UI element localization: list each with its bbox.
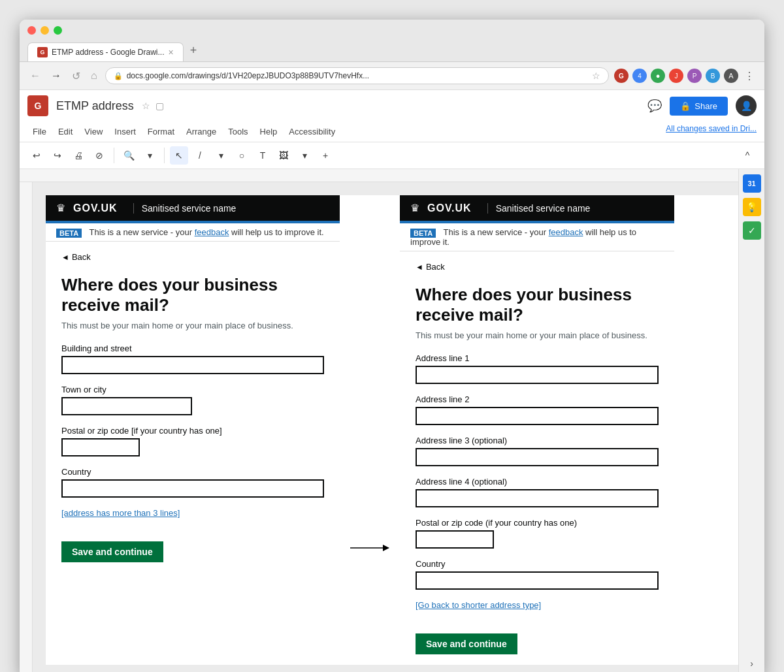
svg-marker-1 [383,545,389,551]
crown-icon-right: ♛ [410,202,419,214]
address-bar[interactable]: 🔒 docs.google.com/drawings/d/1VH20epzJBU… [105,67,609,84]
chevron-right-icon[interactable]: › [743,654,761,672]
beta-text-left: This is a new service - your [90,227,193,237]
input-country-right[interactable] [416,571,659,590]
back-link-left[interactable]: ◄ Back [61,252,324,262]
form-body-right: ◄ Back Where does your business receive … [400,251,674,665]
save-continue-button-right[interactable]: Save and continue [416,633,517,654]
left-form-panel: ♛ GOV.UK Sanitised service name BETA Thi… [46,195,340,665]
forward-button[interactable]: → [48,69,64,83]
share-button[interactable]: 🔒 Share [670,97,728,116]
bulb-icon[interactable]: 💡 [743,198,761,216]
home-button[interactable]: ⌂ [88,69,100,83]
traffic-lights [27,26,757,35]
field-country-right: Country [416,559,659,590]
check-icon[interactable]: ✓ [743,221,761,240]
expand-address-link[interactable]: [address has more than 3 lines] [61,508,180,518]
print-button[interactable]: 🖨 [69,146,88,165]
menu-arrange[interactable]: Arrange [181,124,221,139]
undo-button[interactable]: ↩ [27,146,46,165]
collapse-panel-button[interactable]: ^ [738,146,757,165]
input-addr-line4[interactable] [416,489,659,507]
input-addr-line2[interactable] [416,407,659,425]
maximize-button[interactable] [54,26,62,35]
govuk-header-left: ♛ GOV.UK Sanitised service name [46,195,340,221]
extension-icon-3[interactable]: ● [651,69,665,83]
menu-tools[interactable]: Tools [223,124,253,139]
image-tool[interactable]: 🖼 [274,146,293,165]
collapse-address-link[interactable]: [Go back to shorter address type] [416,600,541,610]
reload-button[interactable]: ↺ [69,69,83,84]
minimize-button[interactable] [41,26,49,35]
star-icon[interactable]: ☆ [142,101,150,111]
input-building-street[interactable] [61,356,324,374]
extension-icon-5[interactable]: P [687,69,702,83]
back-button[interactable]: ← [27,69,43,83]
toolbar-separator-2 [164,148,165,163]
browser-toolbar-icons: G 4 ● J P B A ⋮ [614,69,757,83]
back-arrow-left: ◄ [61,253,69,262]
bookmark-button[interactable]: ☆ [592,71,600,81]
save-continue-button-left[interactable]: Save and continue [61,541,163,562]
right-sidebar: 31 💡 ✓ › [738,169,764,672]
back-link-right[interactable]: ◄ Back [416,262,659,272]
chrome-menu[interactable]: ⋮ [742,69,757,83]
image-dropdown[interactable]: ▾ [295,146,314,165]
menu-help[interactable]: Help [255,124,283,139]
input-postal-code[interactable] [61,438,140,456]
paint-format-button[interactable]: ⊘ [90,146,108,165]
menu-file[interactable]: File [27,124,52,139]
more-tools[interactable]: + [316,146,335,165]
menu-view[interactable]: View [79,124,108,139]
new-tab-button[interactable]: + [185,41,203,60]
app-logo: G [27,95,48,116]
input-addr-line1[interactable] [416,366,659,384]
share-label: Share [694,101,717,111]
line-dropdown[interactable]: ▾ [212,146,230,165]
menu-format[interactable]: Format [142,124,180,139]
text-tool[interactable]: T [253,146,272,165]
extension-icon-4[interactable]: J [669,69,683,83]
select-tool[interactable]: ↖ [170,146,188,165]
extension-icon-6[interactable]: B [706,69,720,83]
menu-insert[interactable]: Insert [109,124,141,139]
collapse-link-container: [Go back to shorter address type] [416,600,659,623]
folder-icon[interactable]: ▢ [155,101,164,111]
menu-accessibility[interactable]: Accessibility [284,124,340,139]
extension-icon-2[interactable]: 4 [632,69,647,83]
label-addr-line1: Address line 1 [416,353,659,363]
input-postal-code-right[interactable] [416,530,494,549]
beta-feedback-left[interactable]: feedback [195,227,229,237]
beta-bar-left: BETA This is a new service - your feedba… [46,223,340,242]
drawing-canvas: ♛ GOV.UK Sanitised service name BETA Thi… [46,195,751,665]
extension-icon-1[interactable]: G [614,69,629,83]
field-postal-code-right: Postal or zip code (if your country has … [416,518,659,549]
input-country[interactable] [61,479,324,498]
form-heading-left: Where does your business receive mail? [61,275,324,315]
arrow-connector [340,430,400,665]
calendar-icon[interactable]: 31 [743,174,761,193]
govuk-header-right: ♛ GOV.UK Sanitised service name [400,195,674,221]
input-addr-line3[interactable] [416,448,659,466]
active-tab[interactable]: G ETMP address - Google Drawi... × [27,42,184,61]
menu-edit[interactable]: Edit [53,124,78,139]
beta-text-right: This is a new service - your [444,227,547,237]
close-button[interactable] [27,26,36,35]
vertical-ruler [20,182,33,672]
shapes-tool[interactable]: ○ [233,146,251,165]
input-town-city[interactable] [61,397,192,415]
browser-window: G ETMP address - Google Drawi... × + ← →… [20,20,764,672]
zoom-dropdown[interactable]: ▾ [140,146,159,165]
beta-bar-right: BETA This is a new service - your feedba… [400,223,674,251]
profile-avatar[interactable]: A [724,69,738,83]
redo-button[interactable]: ↪ [48,146,67,165]
label-addr-line4: Address line 4 (optional) [416,477,659,487]
comment-button[interactable]: 💬 [647,99,662,113]
beta-feedback-right[interactable]: feedback [549,227,583,237]
tab-close-button[interactable]: × [169,47,174,57]
zoom-button[interactable]: 🔍 [120,146,138,165]
user-avatar[interactable]: 👤 [736,95,757,116]
line-tool[interactable]: / [191,146,209,165]
app-title-icons: ☆ ▢ [142,101,164,111]
service-name-right: Sanitised service name [487,203,591,214]
